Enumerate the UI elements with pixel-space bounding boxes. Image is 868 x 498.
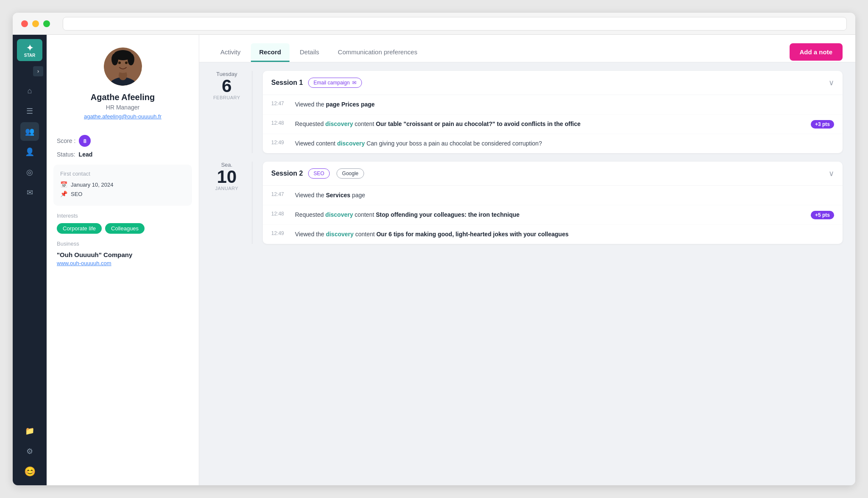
sidebar-item-add-contact[interactable]: 👤 — [20, 143, 39, 161]
content-title: Our table "croissant or pain au chocolat… — [376, 120, 581, 127]
records-icon: ☰ — [26, 106, 33, 116]
session-2-chevron-icon[interactable]: ∨ — [829, 169, 834, 178]
minimize-button[interactable] — [32, 20, 39, 27]
discovery-label: discovery — [337, 140, 364, 147]
event-text: Requested discovery content Our table "c… — [295, 120, 804, 129]
svg-point-7 — [118, 62, 121, 64]
session-2-card: Session 2 SEO Google ∨ — [263, 162, 843, 244]
event-time: 12:47 — [271, 101, 288, 106]
status-row: Status: Lead — [57, 151, 189, 158]
add-note-button[interactable]: Add a note — [790, 43, 843, 61]
event-row: 12:49 Viewed content discovery Can givin… — [263, 134, 843, 153]
event-time: 12:48 — [271, 120, 288, 126]
event-time: 12:49 — [271, 230, 288, 236]
session-1-month: FEBRUARY — [212, 95, 242, 100]
tab-record[interactable]: Record — [251, 43, 290, 62]
session-1-row: Tuesday 6 FEBRUARY Session 1 Email campa… — [212, 71, 843, 153]
session-2-badge-seo: SEO — [308, 168, 330, 179]
titlebar — [13, 13, 855, 35]
contacts-icon: 👥 — [25, 127, 34, 136]
sidebar-item-records[interactable]: ☰ — [20, 102, 39, 120]
page-name: page Prices page — [326, 101, 375, 108]
interests-section: Interests Corporate life Colleagues — [47, 206, 199, 241]
event-text: Viewed the discovery content Our 6 tips … — [295, 230, 834, 239]
discovery-label: discovery — [326, 120, 353, 127]
sidebar-toggle-button[interactable]: › — [33, 66, 43, 76]
contact-date-row: 📅 January 10, 2024 — [60, 181, 185, 188]
session-2-events: 12:47 Viewed the Services page 12:48 Req… — [263, 186, 843, 244]
event-time: 12:49 — [271, 140, 288, 145]
event-row: 12:48 Requested discovery content Our ta… — [263, 115, 843, 134]
sidebar-item-goals[interactable]: ◎ — [20, 163, 39, 182]
session-1-card: Session 1 Email campaign ✉ ∨ 12:47 — [263, 71, 843, 153]
session-2-month: January — [212, 186, 242, 191]
add-contact-icon: 👤 — [25, 147, 34, 157]
email-campaign-label: Email campaign — [314, 80, 350, 86]
session-1-chevron-icon[interactable]: ∨ — [829, 78, 834, 87]
sidebar: ✦ STAR › ⌂ ☰ 👥 👤 ◎ ✉ — [13, 35, 47, 485]
svg-point-8 — [125, 62, 128, 64]
session-1-header: Session 1 Email campaign ✉ ∨ — [263, 71, 843, 95]
event-text: Requested discovery content Stop offendi… — [295, 210, 804, 219]
session-1-badge-email: Email campaign ✉ — [308, 78, 362, 88]
profile-title: HR Manager — [106, 104, 139, 111]
session-1-day-number: 6 — [212, 77, 242, 95]
right-panel: Add a note Activity Record Details Commu… — [199, 35, 855, 485]
content-title: Stop offending your colleagues: the iron… — [376, 211, 520, 218]
event-row: 12:47 Viewed the page Prices page — [263, 95, 843, 115]
session-1-timeline-line — [252, 71, 253, 153]
sidebar-item-files[interactable]: 📁 — [20, 422, 39, 440]
sidebar-logo[interactable]: ✦ STAR — [17, 39, 42, 61]
session-1-date: Tuesday 6 FEBRUARY — [212, 71, 242, 153]
business-url[interactable]: www.ouh-ouuuuh.com — [57, 260, 189, 266]
sidebar-item-settings[interactable]: ⚙ — [20, 442, 39, 461]
event-time: 12:47 — [271, 191, 288, 197]
svg-point-6 — [128, 53, 134, 65]
first-contact-title: First contact — [60, 171, 185, 177]
contact-source-row: 📌 SEO — [60, 190, 185, 197]
event-text: Viewed the page Prices page — [295, 100, 834, 109]
profile-email[interactable]: agathe.afeeling@ouh-ouuuuh.fr — [84, 113, 161, 120]
content-title: Our 6 tips for making good, light-hearte… — [376, 231, 569, 238]
sidebar-item-home[interactable]: ⌂ — [20, 81, 39, 100]
pts-badge: +3 pts — [811, 120, 834, 129]
logo-star-icon: ✦ — [26, 43, 33, 53]
sessions-container: Tuesday 6 FEBRUARY Session 1 Email campa… — [199, 71, 855, 265]
interest-tag-corporate[interactable]: Corporate life — [57, 223, 102, 234]
session-2-day-number: 10 — [212, 168, 242, 186]
logo-text: STAR — [24, 53, 35, 58]
sidebar-item-profile[interactable]: 😊 — [20, 462, 39, 481]
profile-section: Agathe Afeeling HR Manager agathe.afeeli… — [47, 35, 199, 128]
session-2-date: Sea. 10 January — [212, 162, 242, 244]
sidebar-bottom: 📁 ⚙ 😊 — [20, 422, 39, 481]
session-1-events: 12:47 Viewed the page Prices page 12:48 … — [263, 95, 843, 153]
tabs-container: Activity Record Details Communication pr… — [199, 35, 855, 62]
calendar-icon: 📅 — [60, 181, 67, 188]
first-contact-source: SEO — [71, 191, 82, 197]
url-bar[interactable] — [63, 17, 847, 31]
score-row: Score : 8 — [57, 135, 189, 147]
maximize-button[interactable] — [43, 20, 50, 27]
main-content: Agathe Afeeling HR Manager agathe.afeeli… — [47, 35, 855, 485]
home-icon: ⌂ — [28, 87, 32, 95]
session-2-badge-google: Google — [337, 168, 364, 179]
discovery-label: discovery — [326, 231, 353, 238]
event-text: Viewed the Services page — [295, 191, 834, 200]
sidebar-item-contacts[interactable]: 👥 — [20, 122, 39, 141]
sidebar-item-messages[interactable]: ✉ — [20, 183, 39, 202]
business-name: "Ouh Ouuuuh" Company — [57, 251, 189, 258]
tab-communication-preferences[interactable]: Communication preferences — [329, 43, 426, 62]
interest-tag-colleagues[interactable]: Colleagues — [105, 223, 145, 234]
pts-badge: +5 pts — [811, 211, 834, 219]
session-1-title: Session 1 — [271, 79, 303, 87]
tab-activity[interactable]: Activity — [212, 43, 249, 62]
avatar — [104, 48, 142, 86]
profile-icon: 😊 — [24, 466, 36, 477]
event-time: 12:48 — [271, 211, 288, 217]
score-badge: 8 — [79, 135, 91, 147]
close-button[interactable] — [21, 20, 28, 27]
session-2-timeline-line — [252, 162, 253, 244]
tab-details[interactable]: Details — [291, 43, 328, 62]
first-contact-date: January 10, 2024 — [71, 182, 113, 188]
discovery-label: discovery — [326, 211, 353, 218]
